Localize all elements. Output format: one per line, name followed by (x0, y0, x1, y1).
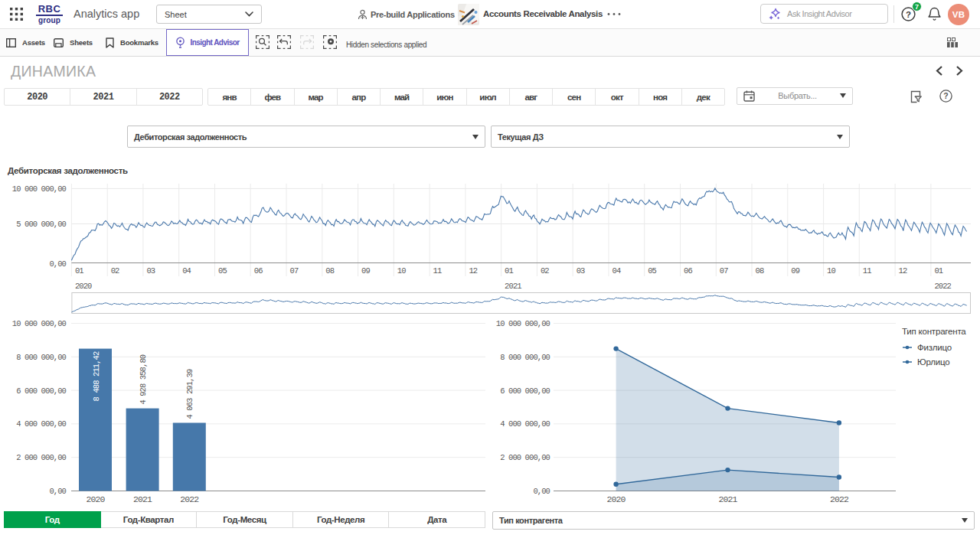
svg-text:4 000 000,00: 4 000 000,00 (16, 419, 66, 429)
svg-text:11: 11 (863, 266, 871, 276)
svg-text:06: 06 (254, 266, 263, 276)
svg-text:2022: 2022 (180, 494, 199, 504)
svg-text:6 000 000,00: 6 000 000,00 (16, 386, 66, 396)
svg-text:05: 05 (648, 266, 656, 276)
svg-text:?: ? (906, 10, 911, 19)
svg-text:4 000 000,00: 4 000 000,00 (500, 419, 550, 429)
svg-text:04: 04 (182, 266, 191, 276)
svg-text:07: 07 (720, 266, 728, 276)
svg-text:8 000 000,00: 8 000 000,00 (16, 353, 66, 362)
svg-text:5 000 000,00: 5 000 000,00 (16, 220, 66, 229)
svg-text:10: 10 (397, 266, 406, 276)
svg-text:09: 09 (361, 266, 370, 276)
svg-text:09: 09 (791, 266, 799, 276)
svg-text:0,00: 0,00 (49, 487, 66, 496)
svg-text:02: 02 (541, 266, 549, 276)
svg-text:2021: 2021 (133, 494, 152, 504)
svg-text:04: 04 (612, 266, 621, 276)
svg-text:8 488 211,42: 8 488 211,42 (92, 351, 101, 401)
svg-text:2 000 000,00: 2 000 000,00 (16, 453, 66, 462)
svg-text:01: 01 (934, 266, 942, 276)
svg-text:4 063 291,39: 4 063 291,39 (185, 369, 194, 419)
svg-text:2021: 2021 (505, 282, 521, 291)
svg-text:12: 12 (469, 266, 477, 276)
svg-text:2020: 2020 (607, 494, 626, 504)
svg-text:2022: 2022 (830, 494, 849, 504)
svg-text:0,00: 0,00 (49, 259, 66, 269)
svg-text:12: 12 (899, 266, 907, 276)
svg-text:01: 01 (505, 266, 513, 276)
svg-text:2020: 2020 (86, 494, 105, 504)
svg-text:2 000 000,00: 2 000 000,00 (500, 453, 550, 462)
svg-text:4 928 358,80: 4 928 358,80 (139, 354, 148, 404)
svg-text:03: 03 (146, 266, 155, 276)
svg-text:10: 10 (827, 266, 835, 276)
svg-text:2021: 2021 (718, 494, 737, 504)
svg-text:0,00: 0,00 (533, 487, 550, 496)
svg-text:07: 07 (290, 266, 299, 276)
svg-text:8 000 000,00: 8 000 000,00 (500, 353, 550, 362)
svg-text:06: 06 (684, 266, 692, 276)
svg-text:11: 11 (433, 266, 442, 276)
svg-text:10 000 000,00: 10 000 000,00 (12, 319, 67, 328)
svg-text:08: 08 (756, 266, 764, 276)
svg-text:01: 01 (75, 266, 83, 276)
svg-text:02: 02 (111, 266, 119, 276)
svg-text:6 000 000,00: 6 000 000,00 (500, 386, 550, 396)
svg-text:10 000 000,00: 10 000 000,00 (496, 319, 550, 328)
svg-text:08: 08 (325, 266, 334, 276)
svg-text:?: ? (943, 91, 948, 100)
svg-text:03: 03 (577, 266, 585, 276)
svg-text:2020: 2020 (75, 282, 92, 291)
svg-text:2022: 2022 (934, 282, 951, 291)
svg-text:05: 05 (218, 266, 227, 276)
svg-text:10 000 000,00: 10 000 000,00 (12, 184, 67, 194)
